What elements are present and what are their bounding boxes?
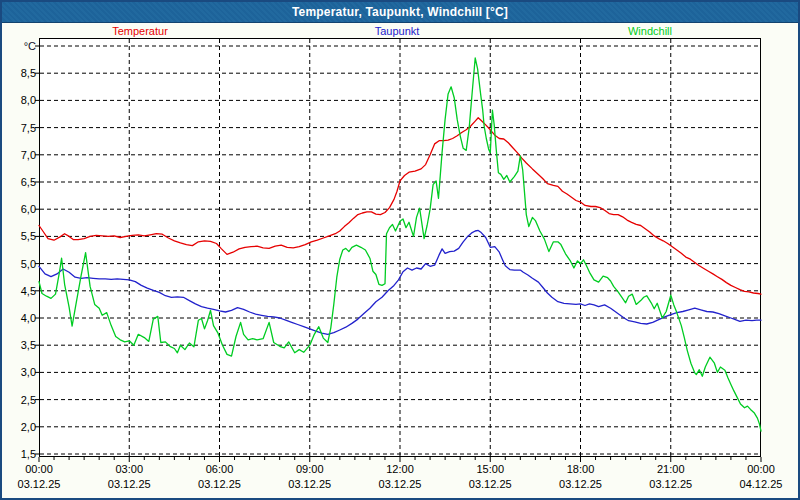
- y-axis-label: 8,0: [6, 93, 36, 107]
- x-axis-time-label: 12:00: [370, 463, 430, 476]
- x-axis-time-label: 00:00: [731, 463, 791, 476]
- x-axis-time-label: 21:00: [641, 463, 701, 476]
- y-axis-label: 3,5: [6, 338, 36, 352]
- x-axis-date-label: 03.12.25: [370, 478, 430, 491]
- y-axis-label: 5,5: [6, 229, 36, 243]
- y-axis-label: 1,5: [6, 447, 36, 461]
- x-axis-time-label: 06:00: [190, 463, 250, 476]
- y-axis-label: 7,0: [6, 148, 36, 162]
- y-axis-label: 2,0: [6, 420, 36, 434]
- y-axis-label: 6,5: [6, 175, 36, 189]
- x-axis-time-label: 18:00: [551, 463, 611, 476]
- x-axis-date-label: 03.12.25: [641, 478, 701, 491]
- x-axis-time-label: 09:00: [280, 463, 340, 476]
- weather-chart-window: Temperatur, Taupunkt, Windchill [°C] Tem…: [0, 0, 800, 500]
- x-axis-time-label: 00:00: [9, 463, 69, 476]
- legend-item-windchill: Windchill: [628, 25, 672, 37]
- chart-svg: [39, 38, 761, 457]
- x-axis-date-label: 03.12.25: [551, 478, 611, 491]
- x-axis-time-label: 03:00: [99, 463, 159, 476]
- x-axis-date-label: 03.12.25: [190, 478, 250, 491]
- y-axis-label: 2,5: [6, 393, 36, 407]
- y-axis-label: 4,5: [6, 284, 36, 298]
- x-axis-date-label: 03.12.25: [280, 478, 340, 491]
- chart-plot-area: [39, 38, 761, 457]
- window-title: Temperatur, Taupunkt, Windchill [°C]: [292, 5, 508, 19]
- y-axis-label: 5,0: [6, 257, 36, 271]
- legend-item-taupunkt: Taupunkt: [375, 25, 420, 37]
- x-axis-date-label: 03.12.25: [9, 478, 69, 491]
- plot-frame: [40, 39, 761, 457]
- x-axis-date-label: 03.12.25: [99, 478, 159, 491]
- y-axis-unit-label: °C: [8, 39, 36, 53]
- y-axis-label: 8,5: [6, 66, 36, 80]
- y-axis-label: 3,0: [6, 365, 36, 379]
- y-axis-label: 6,0: [6, 202, 36, 216]
- x-axis-date-label: 03.12.25: [460, 478, 520, 491]
- y-axis-label: 7,5: [6, 121, 36, 135]
- legend-item-temperatur: Temperatur: [112, 25, 168, 37]
- y-axis-label: 4,0: [6, 311, 36, 325]
- x-axis-time-label: 15:00: [460, 463, 520, 476]
- title-bar: Temperatur, Taupunkt, Windchill [°C]: [2, 2, 798, 23]
- x-axis-date-label: 04.12.25: [731, 478, 791, 491]
